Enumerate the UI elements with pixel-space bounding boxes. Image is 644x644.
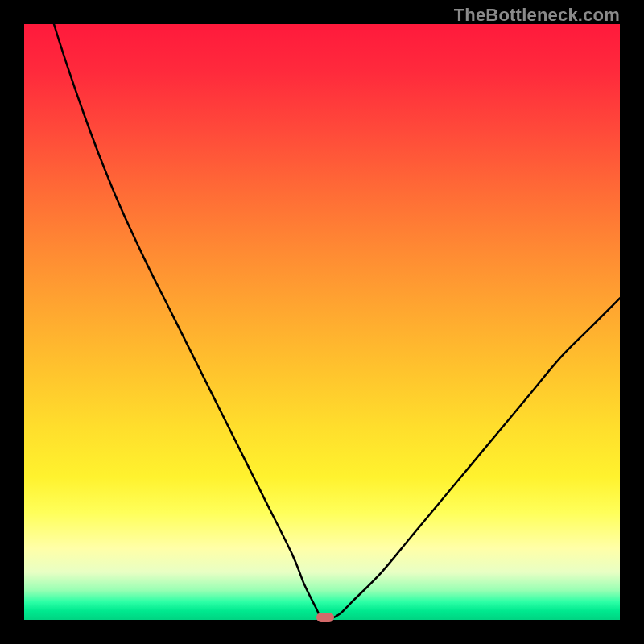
watermark-text: TheBottleneck.com: [454, 5, 620, 26]
plot-area: [24, 24, 620, 620]
minimum-marker: [316, 613, 334, 622]
chart-frame: TheBottleneck.com: [0, 0, 644, 644]
bottleneck-curve: [24, 24, 620, 620]
